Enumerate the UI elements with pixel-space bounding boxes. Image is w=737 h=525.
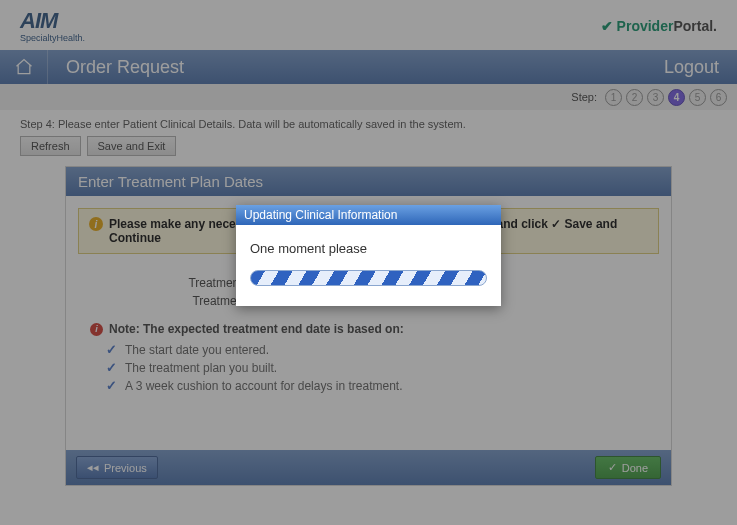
loading-modal: Updating Clinical Information One moment… bbox=[236, 205, 501, 306]
modal-body: One moment please bbox=[236, 225, 501, 306]
progress-bar bbox=[250, 270, 487, 286]
modal-title: Updating Clinical Information bbox=[236, 205, 501, 225]
modal-overlay: Updating Clinical Information One moment… bbox=[0, 0, 737, 525]
modal-message: One moment please bbox=[250, 241, 487, 256]
page-root: AIM SpecialtyHealth. ✔ ProviderPortal. O… bbox=[0, 0, 737, 525]
